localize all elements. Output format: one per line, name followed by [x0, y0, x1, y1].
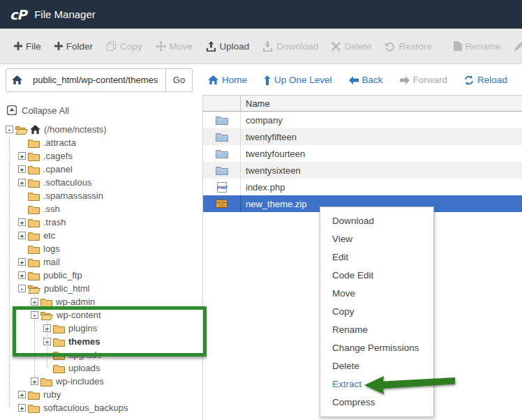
file-name: twentyfifteen [241, 132, 297, 142]
tree-collapse-icon[interactable]: - [18, 285, 26, 292]
tree-expand-icon[interactable]: + [18, 258, 26, 266]
nav-back-link[interactable]: Back [345, 75, 387, 85]
tree-item-attracta[interactable]: .attracta [0, 136, 202, 149]
file-row-twentysixteen[interactable]: twentysixteen [203, 162, 522, 179]
tree-item-logs[interactable]: logs [0, 242, 202, 255]
tree-guide-line [9, 137, 10, 407]
context-menu-item-rename[interactable]: Rename [320, 321, 433, 339]
toolbar-file-button[interactable]: File [8, 34, 47, 58]
toolbar-upload-button[interactable]: Upload [200, 34, 255, 58]
tree-expand-icon[interactable]: + [18, 391, 26, 398]
tree-item-spamassassin[interactable]: .spamassassin [0, 189, 202, 202]
go-button[interactable]: Go [165, 69, 192, 91]
file-row-company[interactable]: company [203, 112, 522, 128]
tree-item-softaculous-backups[interactable]: +softaculous_backups [0, 401, 202, 414]
tree-expand-icon[interactable]: + [18, 232, 26, 239]
tree-expand-icon[interactable]: + [18, 218, 26, 226]
arrow-right-icon [400, 76, 410, 84]
tree-item-public-ftp[interactable]: +public_ftp [0, 269, 202, 282]
tree-expand-icon[interactable]: + [18, 165, 26, 173]
tree-item-cagefs[interactable]: +.cagefs [0, 149, 202, 163]
toolbar-button-label: Restore [398, 41, 431, 52]
context-menu-item-move[interactable]: Move [320, 285, 433, 303]
toolbar-delete-button[interactable]: Delete [326, 34, 377, 58]
toolbar-folder-button[interactable]: Folder [49, 34, 98, 58]
toolbar-button-label: Download [276, 41, 318, 52]
context-menu-item-extract[interactable]: Extract [320, 375, 433, 393]
tree-guide-line [34, 293, 35, 381]
nav-links: HomeUp One LevelBackForwardReloadSelect … [204, 75, 522, 85]
context-menu-item-code-edit[interactable]: Code Edit [320, 267, 433, 285]
tree-item-wp-content[interactable]: -wp-content [0, 308, 202, 322]
tree-item-etc[interactable]: +etc [0, 229, 202, 242]
tree-item-label: (/home/nctests) [44, 124, 107, 135]
context-menu-item-delete[interactable]: Delete [320, 357, 433, 375]
file-row-twentyfifteen[interactable]: twentyfifteen [203, 128, 522, 145]
tree-item-label: public_html [44, 283, 90, 294]
nav-reload-link[interactable]: Reload [460, 75, 512, 85]
tree-item-softaculous[interactable]: +.softaculous [0, 176, 202, 189]
toolbar-rename-button[interactable]: Rename [448, 34, 507, 58]
toolbar-button-label: Rename [465, 41, 501, 52]
tree-item-label: etc [43, 230, 55, 241]
file-row-twentyfourteen[interactable]: twentyfourteen [203, 145, 522, 162]
tree-item-trash[interactable]: +.trash [0, 216, 202, 229]
tree-item-label: public_ftp [43, 270, 82, 280]
context-menu-item-change-permissions[interactable]: Change Permissions [320, 339, 433, 357]
tree-item-mail[interactable]: +mail [0, 255, 202, 269]
context-menu-item-download[interactable]: Download [320, 212, 433, 230]
nav-link-label: Home [222, 75, 247, 85]
tree-collapse-icon[interactable]: - [6, 126, 13, 133]
tree-item-upgrade[interactable]: upgrade [0, 348, 202, 361]
context-menu-item-copy[interactable]: Copy [320, 303, 433, 321]
nav-up-one-level-link[interactable]: Up One Level [260, 75, 336, 85]
toolbar-copy-button[interactable]: Copy [100, 34, 148, 58]
directory-tree: -(/home/nctests).attracta+.cagefs+.cpane… [0, 123, 202, 414]
tree-item-label: wp-admin [56, 297, 95, 307]
collapse-all-button[interactable]: Collapse All [0, 103, 202, 117]
tree-item-home-nctests[interactable]: -(/home/nctests) [0, 123, 202, 136]
toolbar-edit-button[interactable]: Edit [509, 34, 522, 58]
tree-item-label: .softaculous [43, 177, 91, 188]
tree-item-ruby[interactable]: +ruby [0, 388, 202, 401]
tree-item-cpanel[interactable]: +.cpanel [0, 163, 202, 176]
nav-link-label: Back [362, 75, 383, 85]
tree-item-public-html[interactable]: -public_html [0, 282, 202, 295]
tree-item-ssh[interactable]: .ssh [0, 202, 202, 216]
tree-item-themes[interactable]: +themes [0, 335, 202, 348]
path-input[interactable] [27, 69, 165, 91]
folder-icon [28, 191, 40, 201]
toolbar-download-button[interactable]: Download [257, 34, 324, 58]
folder-icon [28, 390, 40, 400]
home-icon-button[interactable] [6, 69, 27, 91]
svg-text:PHP: PHP [217, 185, 228, 190]
tree-item-label: .attracta [43, 137, 76, 148]
tree-expand-icon[interactable]: + [18, 179, 26, 186]
folder-blue-icon [216, 132, 228, 142]
tree-expand-icon[interactable]: + [18, 271, 26, 279]
file-name: new_theme.zip [241, 199, 306, 209]
context-menu-item-view[interactable]: View [320, 230, 433, 248]
folder-icon [28, 151, 40, 161]
tree-item-plugins[interactable]: +plugins [0, 322, 202, 335]
toolbar-restore-button[interactable]: Restore [379, 34, 437, 58]
nav-forward-link[interactable]: Forward [396, 75, 452, 85]
tree-item-label: themes [68, 336, 100, 347]
tree-item-wp-includes[interactable]: +wp-includes [0, 375, 202, 388]
folder-icon [28, 271, 40, 280]
tree-expand-icon[interactable]: + [18, 404, 26, 412]
file-icon-cell [203, 145, 241, 162]
name-column-header[interactable]: Name [241, 98, 270, 109]
tree-item-label: mail [43, 257, 60, 267]
context-menu-item-edit[interactable]: Edit [320, 248, 433, 267]
tree-item-label: .ssh [43, 204, 60, 214]
tree-item-uploads[interactable]: uploads [0, 361, 202, 375]
tree-expand-icon[interactable]: + [18, 152, 26, 160]
nav-link-label: Reload [477, 75, 507, 85]
tree-item-wp-admin[interactable]: +wp-admin [0, 295, 202, 308]
context-menu-item-compress[interactable]: Compress [320, 393, 433, 412]
file-row-index-php[interactable]: PHPindex.php [203, 179, 522, 195]
toolbar-move-button[interactable]: Move [150, 34, 198, 58]
tree-item-label: upgrade [68, 350, 102, 360]
nav-home-link[interactable]: Home [204, 75, 251, 85]
